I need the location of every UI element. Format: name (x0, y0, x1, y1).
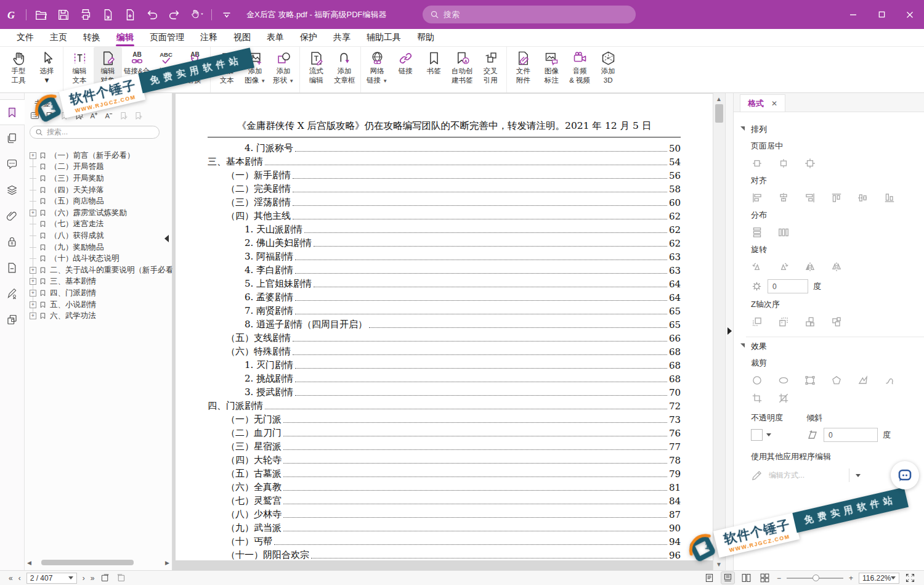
crop-rectangle-icon[interactable] (804, 374, 816, 387)
collapse-sidebar-handle[interactable] (164, 235, 169, 242)
save-icon[interactable] (57, 8, 70, 22)
menu-tab-帮助[interactable]: 帮助 (409, 29, 442, 47)
previous-view-button[interactable] (100, 573, 110, 583)
ribbon-button-图像标注[interactable]: 图像标注 (537, 47, 565, 84)
collapse-caret-icon[interactable] (740, 126, 745, 131)
toc-entry[interactable]: 3. 授武剧情70 (208, 385, 681, 398)
menu-tab-页面管理[interactable]: 页面管理 (142, 29, 192, 47)
page-number-input[interactable]: 2 / 407 (26, 573, 77, 584)
bookmark-promote-icon[interactable] (118, 110, 129, 121)
ribbon-button-链接[interactable]: 链接 (391, 47, 419, 76)
center-both-icon[interactable] (804, 157, 816, 170)
toc-entry[interactable]: （三）星宿派77 (208, 439, 681, 452)
collapse-ribbon-icon[interactable] (220, 8, 233, 22)
toc-entry[interactable]: 3. 阿福剧情63 (208, 249, 681, 263)
nav-signature-icon[interactable] (0, 280, 25, 306)
previous-page-button[interactable]: ‹ (18, 574, 21, 583)
send-to-back-icon[interactable] (777, 316, 790, 328)
minimize-button[interactable] (839, 0, 867, 29)
panel-splitter[interactable] (725, 93, 733, 570)
bookmarks-horizontal-scrollbar[interactable]: ◀ ▶ (25, 558, 172, 567)
scroll-left-icon[interactable]: ◀ (25, 560, 34, 566)
last-page-button[interactable]: » (91, 574, 95, 583)
bookmark-item[interactable]: +（一）前言（新手必看） (25, 150, 172, 162)
bookmarks-search-input[interactable]: 搜索... (30, 126, 160, 139)
toc-entry[interactable]: （一）无门派73 (208, 412, 681, 425)
toc-entry[interactable]: （六）全真教81 (208, 480, 681, 493)
toc-entry[interactable]: （五）古墓派79 (208, 466, 681, 480)
toc-entry[interactable]: 7. 南贤剧情65 (208, 303, 681, 317)
toc-entry[interactable]: （六）特殊剧情68 (208, 344, 681, 358)
continuous-view-button[interactable] (721, 572, 734, 584)
maximize-button[interactable] (867, 0, 896, 29)
bookmark-item[interactable]: （三）开局奖励 (25, 173, 172, 184)
pdf-page[interactable]: 《金庸群侠传 X 后宫版攻略》仍在攻略编写团队的不断完善中，转发请注明。2021… (176, 94, 713, 560)
toc-entry[interactable]: 三、基本剧情54 (208, 154, 681, 168)
bookmark-item[interactable]: （四）天关掉落 (25, 184, 172, 196)
bookmark-item[interactable]: +四、门派剧情 (25, 287, 172, 299)
bookmark-item[interactable]: （八）获得成就 (25, 230, 172, 242)
nav-destinations-icon[interactable] (0, 255, 25, 280)
crop-circle-icon[interactable] (751, 374, 763, 387)
nav-linked-files-icon[interactable] (0, 306, 25, 332)
toc-entry[interactable]: （一）新手剧情56 (208, 168, 681, 181)
nav-bookmarks-nav-icon[interactable] (0, 99, 25, 125)
bookmark-item[interactable]: +三、基本剧情 (25, 276, 172, 288)
ribbon-button-编辑文本[interactable]: 编辑文本 (65, 47, 94, 84)
flip-vertical-icon[interactable] (830, 261, 843, 273)
single-page-view-button[interactable] (703, 572, 716, 584)
opacity-dropdown[interactable] (751, 429, 783, 441)
align-bottom-icon[interactable] (883, 192, 896, 204)
center-vertical-icon[interactable] (777, 157, 790, 170)
toc-entry[interactable]: 6. 孟婆剧情64 (208, 290, 681, 303)
section-arrange[interactable]: 排列 (751, 124, 924, 135)
toc-entry[interactable]: 四、门派剧情72 (208, 398, 681, 412)
crop-polygon-icon[interactable] (857, 374, 869, 387)
toc-entry[interactable]: （十一）阴阳合欢宗96 (208, 547, 681, 561)
menu-tab-编辑[interactable]: 编辑 (108, 29, 142, 47)
menu-tab-注释[interactable]: 注释 (192, 29, 225, 47)
align-vertical-center-icon[interactable] (777, 192, 790, 204)
ribbon-button-流式编辑[interactable]: 流式编辑 (302, 47, 330, 84)
ribbon-button-选择[interactable]: 选择▼ (33, 47, 61, 84)
nav-layers-icon[interactable] (0, 177, 25, 203)
redo-icon[interactable] (168, 8, 181, 22)
add-page-icon[interactable] (123, 8, 137, 22)
first-page-button[interactable]: « (9, 574, 13, 583)
scroll-right-icon[interactable]: ▶ (163, 560, 172, 566)
toc-entry[interactable]: （三）淫荡剧情60 (208, 195, 681, 208)
menu-tab-共享[interactable]: 共享 (325, 29, 359, 47)
toc-entry[interactable]: 4. 门派称号50 (208, 141, 681, 154)
expand-icon[interactable]: + (30, 267, 36, 274)
bookmark-item[interactable]: （二）开局答题 (25, 162, 172, 173)
rotate-left-icon[interactable] (751, 261, 763, 273)
remove-crop-icon[interactable] (777, 392, 790, 404)
skew-degree-input[interactable]: 0 (824, 428, 878, 442)
center-horizontal-icon[interactable] (751, 157, 763, 170)
open-file-icon[interactable] (34, 8, 48, 22)
zoom-in-button[interactable]: + (849, 574, 853, 583)
rotate-right-icon[interactable] (777, 261, 790, 273)
toc-entry[interactable]: （七）灵鹫宫84 (208, 493, 681, 507)
toc-entry[interactable]: （十）丐帮94 (208, 534, 681, 547)
scrollbar-thumb[interactable] (41, 560, 134, 565)
expand-panel-handle[interactable] (727, 327, 732, 335)
nav-security-icon[interactable] (0, 229, 25, 255)
rotate-gear-icon[interactable] (751, 280, 763, 292)
toc-entry[interactable]: 5. 上官姐妹剧情64 (208, 276, 681, 290)
ribbon-button-交叉引用[interactable]: 交叉引用 (476, 47, 505, 84)
section-effects[interactable]: 效果 (751, 341, 924, 352)
close-button[interactable] (896, 0, 924, 29)
toc-entry[interactable]: （四）其他主线62 (208, 208, 681, 222)
crop-curve-icon[interactable] (883, 374, 896, 387)
align-horizontal-center-icon[interactable] (857, 192, 869, 204)
menu-tab-表单[interactable]: 表单 (259, 29, 292, 47)
bookmark-item[interactable]: （九）奖励物品 (25, 242, 172, 253)
ribbon-button-手型工具[interactable]: 手型工具 (4, 47, 33, 84)
rotate-degree-input[interactable]: 0 (768, 279, 808, 293)
export-page-icon[interactable] (101, 8, 115, 22)
bookmark-item[interactable]: +六、武学功法 (25, 310, 172, 322)
ribbon-button-网络链接[interactable]: 网络链接 ▼ (363, 47, 391, 86)
menu-tab-保护[interactable]: 保护 (292, 29, 325, 47)
align-top-icon[interactable] (830, 192, 843, 204)
